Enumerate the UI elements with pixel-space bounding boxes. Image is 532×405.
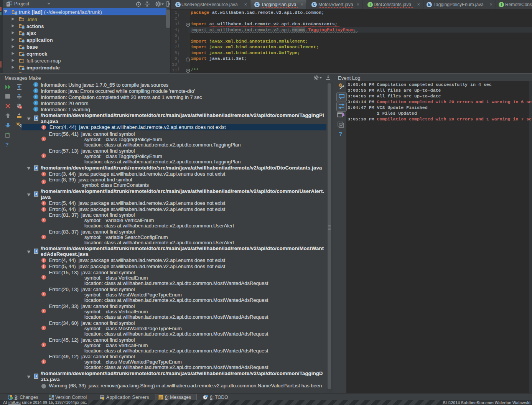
svg-text:J: J — [35, 117, 37, 120]
svg-text:J: J — [35, 166, 37, 170]
svg-text:J: J — [35, 193, 37, 196]
svg-text:J: J — [35, 250, 37, 253]
svg-text:J: J — [35, 375, 37, 378]
